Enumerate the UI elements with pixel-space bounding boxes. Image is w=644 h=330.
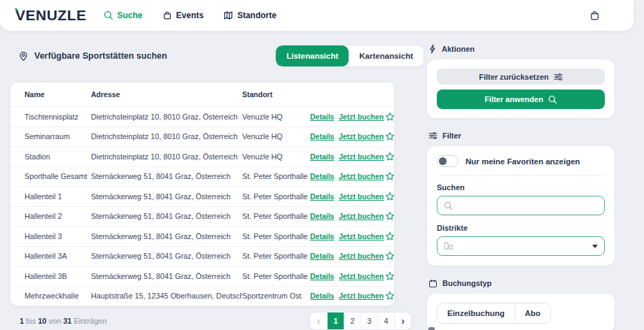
book-link[interactable]: Jetzt buchen [339, 172, 384, 180]
favorites-toggle[interactable] [437, 155, 458, 167]
filter-section: Filter Nur meine Favoriten anzeigen Such… [427, 130, 615, 266]
favorite-star-icon[interactable] [384, 231, 395, 241]
pagination-prev-icon[interactable]: ‹ [310, 313, 327, 329]
book-link[interactable]: Jetzt buchen [339, 152, 384, 161]
facility-location: Venuzle HQ [242, 132, 310, 141]
facility-name: Hallenteil 2 [24, 212, 91, 220]
book-link[interactable]: Jetzt buchen [339, 132, 384, 141]
nav-item-suche[interactable]: Suche [104, 10, 143, 20]
details-link[interactable]: Details [310, 292, 339, 300]
booking-type-title: Buchungstyp [442, 279, 491, 287]
filter-title: Filter [442, 131, 461, 140]
table-row: Hallenteil 1 Sternäckerweg 51, 8041 Graz… [10, 186, 394, 206]
filter-reset-button[interactable]: Filter zurücksetzen [437, 69, 605, 85]
search-icon [548, 95, 557, 104]
facility-address: Sternäckerweg 51, 8041 Graz, Österreich [91, 272, 242, 280]
search-input[interactable] [458, 201, 598, 210]
facility-address: Sternäckerweg 51, 8041 Graz, Österreich [91, 232, 242, 241]
map-icon [223, 10, 233, 20]
booking-type-section: Buchungstyp Einzelbuchung Abo [427, 278, 615, 330]
favorite-star-icon[interactable] [384, 271, 395, 281]
table-footer: 1 bis 10 von 31 Einträgen ‹1234› [10, 312, 414, 330]
main-nav: Suche Events Standorte [104, 10, 276, 20]
facility-name: Mehrzweckhalle [24, 292, 91, 300]
book-link[interactable]: Jetzt buchen [339, 292, 384, 300]
details-link[interactable]: Details [310, 152, 339, 161]
details-link[interactable]: Details [310, 113, 339, 121]
favorite-star-icon[interactable] [384, 112, 395, 122]
favorites-toggle-label: Nur meine Favoriten anzeigen [465, 157, 580, 166]
facility-name: Stadion [24, 152, 91, 161]
pagination-page-4[interactable]: 4 [377, 313, 394, 329]
filter-sidebar: Aktionen Filter zurücksetzen Filter anwe… [427, 43, 615, 330]
brand-logo[interactable]: VENUZLE [15, 7, 87, 24]
lightning-icon [428, 44, 437, 54]
table-row: Mehrzweckhalle Hauptstraße 15, 12345 Obe… [10, 286, 394, 306]
search-icon [104, 10, 113, 20]
details-link[interactable]: Details [310, 212, 339, 220]
facility-address: Dietrichsteinplatz 10, 8010 Graz, Österr… [91, 113, 242, 121]
facility-address: Hauptstraße 15, 12345 Oberhausen, Deutsc… [91, 292, 242, 300]
table-row: Sporthalle Gesamt Sternäckerweg 51, 8041… [10, 166, 394, 187]
book-link[interactable]: Jetzt buchen [339, 232, 384, 241]
pagination-page-2[interactable]: 2 [344, 313, 360, 329]
details-link[interactable]: Details [310, 132, 339, 141]
pagination-page-3[interactable]: 3 [360, 313, 377, 329]
favorite-star-icon[interactable] [384, 211, 395, 221]
facility-name: Tischtennisplatz [24, 113, 91, 121]
facilities-table: Name Adresse Standort Tischtennisplatz D… [10, 82, 395, 306]
calendar-icon [428, 279, 438, 288]
booking-type-einzelbuchung-button[interactable]: Einzelbuchung [438, 303, 514, 323]
table-row: Tischtennisplatz Dietrichsteinplatz 10, … [10, 106, 394, 127]
facility-name: Sporthalle Gesamt [24, 172, 91, 180]
shopping-bag-icon[interactable] [589, 10, 600, 21]
favorite-star-icon[interactable] [384, 192, 395, 201]
table-row: Stadion Dietrichsteinplatz 10, 8010 Graz… [10, 146, 394, 166]
table-row: Hallenteil 3 Sternäckerweg 51, 8041 Graz… [10, 226, 394, 246]
book-link[interactable]: Jetzt buchen [339, 212, 384, 220]
details-link[interactable]: Details [310, 232, 339, 241]
book-link[interactable]: Jetzt buchen [339, 272, 384, 280]
favorite-star-icon[interactable] [384, 251, 395, 261]
details-link[interactable]: Details [310, 192, 339, 201]
facility-location: St. Peter Sporthalle [242, 212, 310, 220]
list-view-button[interactable]: Listenansicht [276, 45, 349, 66]
districts-select[interactable] [437, 236, 605, 256]
facility-location: St. Peter Sporthalle [242, 272, 310, 280]
book-link[interactable]: Jetzt buchen [339, 113, 384, 121]
top-navbar: VENUZLE Suche Events Standorte [0, 0, 634, 31]
details-link[interactable]: Details [310, 252, 339, 260]
favorite-star-icon[interactable] [384, 152, 395, 162]
facility-location: St. Peter Sporthalle [242, 192, 310, 201]
table-header-row: Name Adresse Standort [10, 82, 394, 106]
search-input-wrap [437, 196, 605, 215]
pagination-page-1[interactable]: 1 [327, 313, 344, 329]
facility-location: St. Peter Sporthalle [242, 172, 310, 180]
page-title: Verfügbare Sportstätten suchen [34, 51, 167, 61]
book-link[interactable]: Jetzt buchen [339, 252, 384, 260]
logo-tick-icon [15, 6, 22, 13]
favorite-star-icon[interactable] [384, 131, 395, 141]
actions-title: Aktionen [442, 45, 475, 53]
actions-section: Aktionen Filter zurücksetzen Filter anwe… [427, 43, 615, 118]
facility-name: Hallenteil 3A [24, 252, 91, 260]
filter-apply-button[interactable]: Filter anwenden [437, 89, 605, 109]
location-pin-icon [18, 51, 29, 62]
district-blocks-icon [444, 242, 454, 250]
facility-address: Sternäckerweg 51, 8041 Graz, Österreich [91, 192, 242, 201]
caret-down-icon [592, 245, 598, 248]
districts-field-label: Distrikte [437, 224, 605, 232]
facility-location: St. Peter Sporthalle [242, 232, 310, 241]
nav-item-standorte[interactable]: Standorte [223, 10, 276, 20]
favorite-star-icon[interactable] [384, 171, 395, 181]
details-link[interactable]: Details [310, 272, 339, 280]
facility-address: Dietrichsteinplatz 10, 8010 Graz, Österr… [91, 152, 242, 161]
pagination-next-icon[interactable]: › [394, 313, 411, 329]
details-link[interactable]: Details [310, 172, 339, 180]
map-view-button[interactable]: Kartenansicht [349, 45, 424, 66]
results-panel: Verfügbare Sportstätten suchen Listenans… [10, 41, 414, 330]
nav-item-events[interactable]: Events [162, 10, 204, 20]
book-link[interactable]: Jetzt buchen [339, 192, 384, 201]
booking-type-abo-button[interactable]: Abo [514, 303, 550, 323]
favorite-star-icon[interactable] [384, 291, 395, 301]
